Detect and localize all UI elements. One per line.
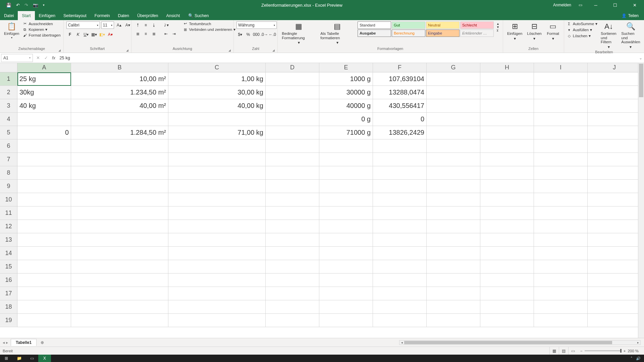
cell[interactable] — [373, 287, 427, 300]
style-gut[interactable]: Gut — [392, 21, 425, 29]
formula-input[interactable]: 25 kg — [57, 55, 637, 61]
cell[interactable]: 10,00 m² — [71, 72, 168, 86]
row-header[interactable]: 16 — [0, 274, 17, 287]
cell[interactable] — [427, 180, 480, 193]
cell[interactable] — [480, 220, 534, 233]
percent-icon[interactable]: % — [245, 31, 252, 38]
normal-view-icon[interactable]: ▦ — [549, 347, 559, 355]
page-break-view-icon[interactable]: ▭ — [568, 347, 578, 355]
row-header[interactable]: 14 — [0, 247, 17, 260]
style-standard[interactable]: Standard — [358, 21, 391, 29]
cell[interactable] — [266, 260, 319, 274]
cell[interactable] — [373, 166, 427, 180]
camera-icon[interactable]: 📷 — [33, 3, 38, 8]
column-header[interactable]: C — [168, 63, 266, 72]
row-header[interactable]: 11 — [0, 206, 17, 220]
cell[interactable] — [266, 86, 319, 99]
paste-button[interactable]: 📋Einfügen▾ — [3, 21, 20, 40]
save-icon[interactable]: 💾 — [6, 3, 11, 8]
cell[interactable] — [588, 287, 641, 300]
sheet-nav-last-icon[interactable]: ▸ — [6, 340, 8, 345]
cell[interactable] — [17, 113, 71, 126]
tab-start[interactable]: Start — [18, 11, 35, 20]
cell[interactable] — [588, 206, 641, 220]
row-header[interactable]: 18 — [0, 300, 17, 314]
cell[interactable] — [319, 153, 373, 166]
cell[interactable] — [168, 193, 266, 206]
cell[interactable] — [588, 99, 641, 113]
cell[interactable] — [17, 247, 71, 260]
cell[interactable] — [319, 180, 373, 193]
cell[interactable] — [266, 139, 319, 153]
cell[interactable] — [588, 300, 641, 314]
increase-font-icon[interactable]: A▴ — [115, 21, 123, 29]
style-down-icon[interactable]: ▼ — [496, 25, 499, 29]
cell[interactable] — [168, 300, 266, 314]
zoom-slider[interactable] — [585, 350, 622, 351]
cell[interactable] — [71, 153, 168, 166]
cell[interactable] — [71, 247, 168, 260]
cell[interactable] — [588, 314, 641, 327]
cell[interactable] — [427, 274, 480, 287]
cell[interactable] — [17, 260, 71, 274]
cell[interactable] — [588, 153, 641, 166]
undo-icon[interactable]: ↶ — [16, 3, 20, 8]
vertical-scrollbar[interactable] — [638, 63, 644, 338]
merge-center-button[interactable]: ⊞Verbinden und zentrieren ▾ — [183, 27, 236, 32]
cell[interactable] — [319, 274, 373, 287]
cell[interactable] — [168, 260, 266, 274]
cell[interactable] — [168, 274, 266, 287]
cell[interactable]: 1.234,50 m² — [71, 86, 168, 99]
cell[interactable] — [534, 260, 588, 274]
cell[interactable] — [266, 274, 319, 287]
cell[interactable] — [71, 193, 168, 206]
fx-icon[interactable]: fx — [50, 55, 57, 60]
name-box[interactable]: A1▾ — [1, 54, 33, 62]
cell[interactable] — [168, 206, 266, 220]
cell[interactable]: 430,556417 — [373, 99, 427, 113]
cell[interactable] — [480, 260, 534, 274]
cell[interactable] — [17, 233, 71, 247]
conditional-formatting-button[interactable]: ▦Bedingte Formatierung▾ — [280, 21, 317, 46]
cell[interactable] — [168, 113, 266, 126]
cell[interactable] — [17, 300, 71, 314]
cell[interactable] — [71, 300, 168, 314]
cell[interactable] — [266, 166, 319, 180]
cell[interactable] — [319, 314, 373, 327]
column-header[interactable]: H — [480, 63, 534, 72]
cell[interactable] — [373, 206, 427, 220]
style-neutral[interactable]: Neutral — [426, 21, 460, 29]
cell[interactable]: 30000 g — [319, 86, 373, 99]
cell[interactable]: 30,00 kg — [168, 86, 266, 99]
cut-button[interactable]: ✂Ausschneiden — [22, 21, 60, 26]
spreadsheet-grid[interactable]: ABCDEFGHIJ125 kg10,00 m²1,00 kg1000 g107… — [0, 63, 644, 338]
cell[interactable] — [588, 139, 641, 153]
style-eingabe[interactable]: Eingabe — [426, 29, 460, 37]
maximize-button[interactable]: ☐ — [609, 3, 621, 8]
align-bottom-icon[interactable]: ⭳ — [150, 21, 158, 29]
cell[interactable] — [588, 247, 641, 260]
dialog-launcher-icon[interactable]: ◢ — [58, 49, 61, 52]
cell[interactable] — [266, 99, 319, 113]
enter-formula-icon[interactable]: ✓ — [42, 55, 50, 60]
qat-customize-icon[interactable]: ▾ — [43, 3, 45, 7]
cell[interactable] — [427, 233, 480, 247]
cell[interactable] — [480, 86, 534, 99]
cell[interactable] — [534, 113, 588, 126]
cell[interactable] — [17, 220, 71, 233]
cell[interactable] — [373, 300, 427, 314]
cell[interactable] — [534, 300, 588, 314]
cell[interactable]: 40000 g — [319, 99, 373, 113]
cell[interactable] — [534, 247, 588, 260]
cell[interactable] — [534, 314, 588, 327]
align-left-icon[interactable]: ≣ — [134, 30, 142, 38]
border-button[interactable]: ▦▾ — [91, 31, 98, 38]
cell[interactable] — [266, 193, 319, 206]
tab-seitenlayout[interactable]: Seitenlayout — [59, 11, 91, 20]
cell[interactable]: 1,00 kg — [168, 72, 266, 86]
horizontal-scrollbar[interactable]: ◂ ▸ — [399, 340, 641, 345]
cell[interactable] — [319, 300, 373, 314]
row-header[interactable]: 4 — [0, 113, 17, 126]
cell[interactable] — [534, 139, 588, 153]
tab-suchen[interactable]: 🔍 Suchen — [184, 11, 213, 20]
